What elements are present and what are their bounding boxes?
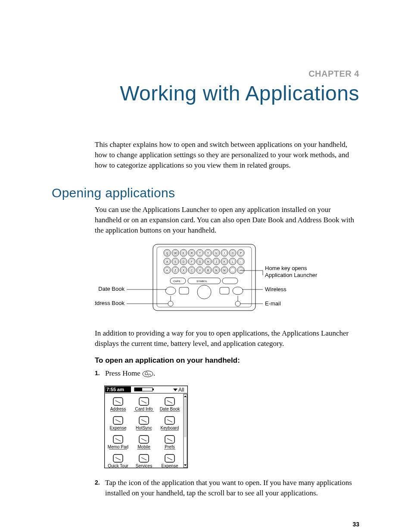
svg-text:↵: ↵ [240, 268, 242, 271]
svg-rect-143 [113, 436, 123, 443]
svg-text:X: X [183, 268, 185, 271]
svg-text:S: S [174, 260, 177, 263]
step-1-text-pre: Press Home [105, 369, 142, 377]
svg-text:W: W [174, 251, 177, 254]
svg-rect-115 [153, 389, 154, 390]
home-icon [142, 370, 153, 380]
svg-text:Keyboard: Keyboard [161, 426, 179, 430]
svg-rect-131 [113, 417, 123, 424]
svg-rect-155 [113, 454, 123, 462]
svg-text:.: . [232, 268, 233, 271]
svg-text:Expense: Expense [162, 464, 178, 468]
svg-text:Mobile: Mobile [137, 445, 150, 449]
svg-rect-147 [139, 436, 149, 443]
svg-rect-127 [165, 398, 174, 405]
svg-text:Address: Address [110, 407, 126, 411]
launcher-screenshot: 7:55 am All AddressCard InfoDate BookExp… [104, 386, 359, 470]
section-paragraph-2: In addition to providing a way for you t… [95, 328, 359, 349]
svg-rect-119 [113, 398, 123, 405]
callout-home-line1: Home key opens [265, 265, 307, 271]
step-number-2: 2. [95, 478, 102, 498]
svg-text:P: P [240, 251, 242, 254]
svg-text:←: ← [240, 260, 243, 263]
svg-text:Memo Pad: Memo Pad [108, 445, 128, 449]
svg-rect-139 [165, 417, 174, 424]
step-2: 2. Tap the icon of the application that … [95, 478, 359, 498]
symbol-key: SYMBOL [196, 280, 208, 283]
svg-text:≡: ≡ [166, 268, 168, 271]
section-heading-opening-applications: Opening applications [52, 186, 359, 200]
svg-text:D: D [183, 260, 185, 263]
svg-text:M: M [223, 268, 225, 271]
svg-text:Quick Tour: Quick Tour [108, 464, 128, 468]
svg-text:E: E [183, 251, 185, 254]
svg-text:Prefs: Prefs [165, 445, 174, 449]
svg-text:A: A [166, 260, 168, 263]
svg-text:Z: Z [174, 268, 176, 271]
svg-text:C: C [191, 268, 193, 271]
svg-rect-118 [184, 398, 187, 437]
svg-rect-114 [134, 388, 142, 391]
svg-text:Date Book: Date Book [160, 407, 181, 411]
caps-key: CAPS [173, 280, 180, 283]
intro-paragraph: This chapter explains how to open and sw… [95, 140, 359, 170]
svg-point-103 [235, 301, 240, 306]
callout-date-book: Date Book [98, 286, 125, 292]
section-paragraph-1: You can use the Applications Launcher to… [95, 205, 359, 235]
svg-text:L: L [232, 260, 234, 263]
svg-text:T: T [199, 251, 201, 254]
svg-rect-98 [220, 287, 229, 294]
svg-rect-123 [139, 398, 149, 405]
svg-rect-94 [222, 278, 238, 284]
svg-rect-151 [165, 436, 174, 443]
svg-text:Expense: Expense [110, 426, 127, 430]
launcher-time: 7:55 am [106, 387, 124, 392]
step-2-text: Tap the icon of the application that you… [105, 478, 359, 498]
callout-wireless: Wireless [265, 286, 286, 292]
keyboard-diagram: QWERTYUIOPASDFGHJKL←≡ZXCVBNM.↵ CAPS SYMB… [95, 243, 359, 320]
procedure-heading: To open an application on your handheld: [95, 356, 359, 365]
step-1: 1. Press Home . [95, 368, 359, 380]
svg-text:Q: Q [166, 251, 168, 255]
svg-rect-135 [139, 417, 149, 424]
page-number: 33 [52, 521, 359, 528]
svg-text:Services: Services [136, 464, 152, 468]
svg-text:U: U [215, 251, 218, 254]
svg-text:G: G [199, 260, 201, 263]
svg-rect-96 [179, 287, 189, 294]
svg-text:J: J [215, 260, 217, 263]
svg-text:HotSync: HotSync [136, 426, 152, 430]
svg-text:H: H [207, 260, 209, 263]
callout-address-book: Address Book [95, 300, 125, 306]
svg-rect-163 [165, 454, 174, 462]
svg-text:I: I [224, 251, 225, 254]
callout-email: E-mail [265, 300, 281, 307]
chapter-label: CHAPTER 4 [52, 69, 359, 79]
svg-point-95 [165, 287, 176, 295]
svg-text:Card Info: Card Info [135, 407, 153, 411]
svg-text:R: R [191, 251, 193, 254]
svg-text:Y: Y [207, 251, 209, 254]
step-1-text-post: . [153, 369, 155, 377]
svg-rect-159 [139, 454, 149, 462]
svg-text:N: N [215, 268, 218, 271]
launcher-category: All [178, 387, 184, 393]
svg-text:K: K [224, 260, 226, 263]
svg-point-99 [233, 287, 243, 295]
callout-home-line2: Application Launcher [265, 272, 318, 278]
svg-text:V: V [199, 268, 201, 271]
svg-text:F: F [191, 260, 193, 263]
svg-text:B: B [207, 268, 209, 271]
step-number-1: 1. [95, 368, 102, 380]
chapter-title: Working with Applications [52, 81, 359, 105]
svg-point-102 [168, 301, 173, 306]
svg-text:O: O [231, 251, 234, 254]
svg-point-97 [197, 285, 211, 299]
